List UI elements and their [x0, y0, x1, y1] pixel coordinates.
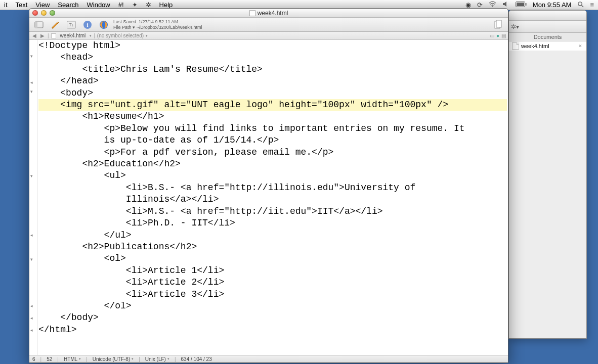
fold-marker-icon[interactable]: ◂ [30, 304, 33, 308]
menu-item[interactable]: it [4, 1, 8, 9]
svg-point-4 [578, 2, 582, 5]
status-language[interactable]: HTML [64, 356, 81, 362]
code-line[interactable]: <li>M.S.- <a href="http://iit.edu">IIT</… [38, 206, 507, 217]
screenflow-icon[interactable]: ◉ [465, 1, 471, 9]
notifications-icon[interactable]: ≡ [590, 1, 594, 9]
svg-point-0 [492, 6, 493, 7]
documents-header: Documents [509, 33, 586, 41]
nav-back-button[interactable]: ◀ [31, 33, 37, 38]
status-size[interactable]: 634 / 104 / 23 [181, 356, 212, 362]
code-line[interactable]: <ul> [38, 170, 507, 181]
editor-window: week4.html T↓ i Last Saved: 1/27/14 9:52… [29, 8, 508, 363]
code-line[interactable]: </body> [38, 312, 507, 324]
code-editor[interactable]: <!Doctype html> <head> <title>Chris Lam'… [37, 40, 508, 355]
text-options-button[interactable]: T↓ [65, 19, 78, 30]
code-line[interactable]: <ol> [38, 253, 507, 264]
code-line[interactable]: <h2>Publications</h2> [38, 241, 507, 253]
fold-marker-icon[interactable]: ▾ [30, 54, 33, 59]
svg-line-5 [582, 5, 584, 7]
fold-marker-icon[interactable]: ▾ [30, 89, 33, 94]
fold-marker-icon[interactable]: ▾ [30, 257, 33, 262]
close-window-button[interactable] [32, 10, 38, 16]
code-line[interactable]: <!Doctype html> [38, 40, 507, 52]
menu-item[interactable]: View [35, 1, 50, 9]
info-button[interactable]: i [81, 19, 94, 30]
split-icon[interactable]: ▤ [501, 33, 506, 38]
fold-marker-icon[interactable]: ◂ [30, 233, 33, 238]
code-line[interactable]: <title>Chris Lam's Resume</title> [38, 64, 507, 75]
svg-rect-3 [517, 3, 524, 6]
code-line[interactable]: </ul> [38, 230, 507, 241]
wifi-icon[interactable] [489, 1, 496, 9]
preview-button[interactable] [97, 19, 110, 30]
nav-forward-button[interactable]: ▶ [39, 33, 46, 38]
code-line[interactable]: <li>Ph.D. - IIT</li> [38, 217, 507, 229]
back-window-toolbar: ✲▾ [509, 21, 586, 33]
code-line[interactable]: <h1>Resume</h1> [38, 111, 507, 122]
code-line[interactable]: <li>Article 1</li> [38, 265, 507, 277]
documents-drawer-button[interactable] [492, 19, 505, 30]
svg-rect-7 [35, 22, 37, 28]
code-line[interactable]: <img src="unt.gif" alt="UNT eagle logo" … [38, 99, 507, 111]
sidebar-toggle-button[interactable] [32, 19, 46, 30]
file-info: Last Saved: 1/27/14 9:52:11 AM File Path… [113, 19, 202, 30]
zoom-window-button[interactable] [50, 10, 55, 16]
back-window-titlebar[interactable] [509, 11, 586, 21]
status-line[interactable]: 6 [32, 356, 35, 362]
fold-marker-icon[interactable]: ▾ [30, 174, 33, 178]
sync-icon[interactable]: ⟳ [477, 1, 483, 9]
minimize-window-button[interactable] [41, 10, 47, 16]
file-type-icon [51, 33, 56, 38]
editor-toolbar: T↓ i Last Saved: 1/27/14 9:52:11 AM File… [29, 18, 508, 32]
code-line[interactable]: <body> [38, 87, 507, 99]
code-line[interactable]: <li>Article 3</li> [38, 289, 507, 300]
code-line[interactable]: </html> [38, 324, 507, 336]
menu-item[interactable]: Window [87, 1, 110, 9]
battery-icon[interactable] [516, 1, 527, 9]
clock[interactable]: Mon 9:55 AM [533, 1, 572, 9]
script-icon[interactable]: ✦ [132, 1, 138, 9]
file-name: week4.html [521, 43, 549, 49]
symbol-selector[interactable]: (no symbol selected) [97, 33, 144, 38]
menu-item[interactable]: Search [58, 1, 78, 9]
spotlight-icon[interactable] [577, 1, 584, 9]
status-encoding[interactable]: Unicode (UTF-8) [93, 356, 134, 362]
code-line[interactable]: <li>Article 2</li> [38, 277, 507, 288]
fold-marker-icon[interactable]: ◂ [30, 80, 33, 85]
document-icon [249, 10, 255, 16]
code-line[interactable]: <li>B.S.- <a href="http://illinois.edu">… [38, 182, 507, 194]
menu-item[interactable]: #! [118, 1, 124, 9]
code-line[interactable]: </head> [38, 75, 507, 87]
code-line[interactable]: is up-to-date as of 1/15/14.</p> [38, 134, 507, 146]
menu-item[interactable]: Text [16, 1, 28, 9]
file-row[interactable]: week4.html ✕ [509, 41, 586, 51]
svg-rect-2 [525, 3, 526, 6]
counterpart-icon[interactable]: ▭ [490, 33, 494, 38]
status-col[interactable]: 52 [47, 356, 52, 362]
code-line[interactable]: </ol> [38, 300, 507, 312]
breadcrumb-file[interactable]: week4.html [58, 33, 88, 38]
code-line[interactable]: Illinois</a></li> [38, 194, 507, 205]
editor-body: ▾ ◂ ▾ ▾ ◂ ▾ ◂ ◂ ◂ <!Doctype html> <head>… [29, 40, 508, 355]
edit-mode-button[interactable] [49, 19, 62, 30]
code-line[interactable]: <p>Below you will find links to importan… [38, 123, 507, 134]
gear-icon[interactable]: ✲▾ [511, 23, 519, 30]
fold-marker-icon[interactable]: ◂ [30, 328, 33, 333]
svg-point-14 [102, 21, 105, 28]
fold-gutter[interactable]: ▾ ◂ ▾ ▾ ◂ ▾ ◂ ◂ ◂ [29, 40, 37, 355]
code-line[interactable]: <h2>Education</h2> [38, 158, 507, 170]
code-line[interactable]: <p>For a pdf version, please email me.</… [38, 147, 507, 158]
window-titlebar[interactable]: week4.html [29, 9, 508, 18]
navigation-bar: ◀ ▶ | week4.html ▾ | (no symbol selected… [29, 32, 508, 40]
marker-icon[interactable]: ● [496, 33, 499, 38]
window-title: week4.html [258, 10, 288, 17]
documents-panel-window: ✲▾ Documents week4.html ✕ [508, 10, 587, 339]
fold-marker-icon[interactable]: ◂ [30, 316, 33, 321]
close-icon[interactable]: ✕ [578, 43, 583, 49]
code-line[interactable]: <head> [38, 52, 507, 63]
volume-icon[interactable] [502, 1, 509, 9]
status-line-ending[interactable]: Unix (LF) [145, 356, 169, 362]
menu-item[interactable]: Help [159, 1, 173, 9]
gear-icon[interactable]: ✲ [146, 1, 151, 9]
svg-rect-16 [496, 20, 501, 27]
